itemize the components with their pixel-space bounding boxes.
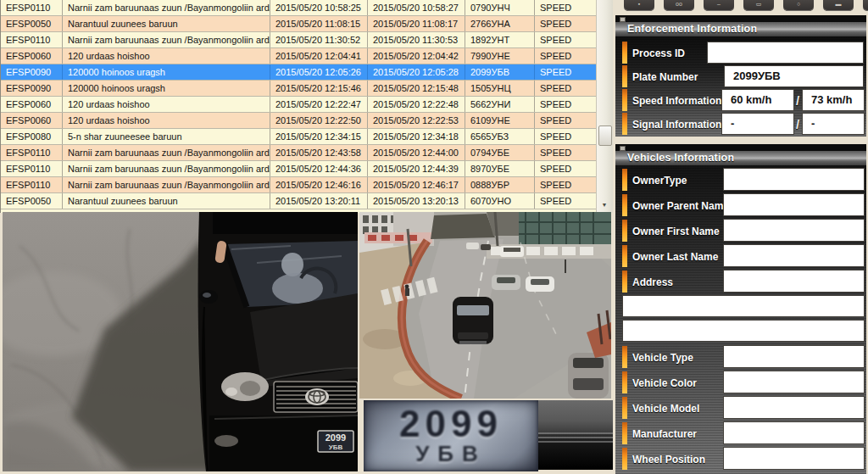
cell-time_start[interactable]: 2015/05/20 12:22:47: [270, 97, 368, 112]
cell-time_start[interactable]: 2015/05/20 12:04:41: [270, 48, 368, 64]
cell-station[interactable]: EFSP0060: [1, 97, 63, 112]
cell-location[interactable]: 120 urdaas hoishoo: [63, 97, 270, 112]
signal-field-1[interactable]: -: [721, 113, 794, 135]
cell-station[interactable]: EFSP0110: [1, 161, 63, 176]
cell-type[interactable]: SPEED: [535, 48, 596, 64]
vehicles-field-input[interactable]: [723, 371, 865, 393]
cell-station[interactable]: EFSP0110: [1, 177, 63, 192]
address-extra-line-input[interactable]: [622, 295, 865, 317]
cell-location[interactable]: Narantuul zuunees baruun: [63, 16, 270, 31]
vehicles-field-input[interactable]: [723, 168, 865, 191]
table-row[interactable]: EFSP0110Narnii zam baruunaas zuun /Bayan…: [1, 0, 597, 16]
cell-plate[interactable]: 2099УБВ: [465, 64, 535, 80]
cell-time_end[interactable]: 2015/05/20 12:34:18: [368, 129, 465, 144]
cell-plate[interactable]: 6109УНЕ: [465, 113, 535, 128]
toolbar-button-3[interactable]: –: [704, 0, 734, 11]
scrollbar-down-arrow-icon[interactable]: ▼: [598, 198, 611, 211]
toolbar-button-6[interactable]: ▬: [823, 0, 854, 11]
cell-plate[interactable]: 2766УНА: [465, 16, 535, 31]
cell-time_start[interactable]: 2015/05/20 12:22:50: [270, 113, 368, 128]
cell-location[interactable]: 120000 hoinoos uragsh: [63, 64, 270, 80]
cell-time_start[interactable]: 2015/05/20 11:30:52: [270, 32, 368, 47]
cell-plate[interactable]: 6565УБЗ: [465, 129, 535, 144]
cell-time_end[interactable]: 2015/05/20 12:44:00: [368, 145, 465, 160]
address-extra-line-input[interactable]: [622, 320, 865, 342]
vehicles-field-input[interactable]: [723, 219, 865, 242]
toolbar-button-7[interactable]: ▬: [863, 0, 868, 11]
cell-station[interactable]: EFSP0050: [1, 16, 63, 31]
toolbar-button-5[interactable]: ○: [783, 0, 814, 11]
table-row[interactable]: EFSP0110Narnii zam baruunaas zuun /Bayan…: [1, 145, 597, 161]
cell-location[interactable]: Narnii zam baruunaas zuun /Bayanmongolii…: [63, 0, 270, 15]
table-row[interactable]: EFSP0110Narnii zam baruunaas zuun /Bayan…: [1, 32, 597, 48]
signal-field-2[interactable]: -: [802, 113, 865, 135]
table-row[interactable]: EFSP0090120000 hoinoos uragsh2015/05/20 …: [1, 64, 597, 81]
speed-limit-field[interactable]: 60 km/h: [721, 89, 794, 111]
cell-time_end[interactable]: 2015/05/20 12:15:48: [368, 81, 465, 96]
cell-type[interactable]: SPEED: [535, 0, 596, 15]
cell-time_end[interactable]: 2015/05/20 11:08:17: [368, 16, 465, 31]
vehicles-field-input[interactable]: [723, 447, 865, 470]
violation-events-table[interactable]: EFSP0110Narnii zam baruunaas zuun /Bayan…: [0, 0, 597, 213]
cell-location[interactable]: 120000 hoinoos uragsh: [63, 81, 270, 96]
process-id-field[interactable]: [707, 42, 864, 64]
cell-type[interactable]: SPEED: [535, 32, 596, 47]
table-row[interactable]: EFSP0050Narantuul zuunees baruun2015/05/…: [1, 16, 597, 32]
cell-time_end[interactable]: 2015/05/20 12:05:28: [368, 64, 465, 80]
cell-time_start[interactable]: 2015/05/20 12:46:16: [270, 177, 368, 192]
cell-location[interactable]: 5-n shar zuuneesee baruun: [63, 129, 270, 144]
cell-plate[interactable]: 0794УБЕ: [465, 145, 535, 160]
cell-location[interactable]: Narnii zam baruunaas zuun /Bayanmongolii…: [63, 161, 270, 176]
table-row[interactable]: EFSP0050Narantuul zuunees baruun2015/05/…: [1, 193, 597, 209]
table-row[interactable]: EFSP00805-n shar zuuneesee baruun2015/05…: [1, 129, 597, 145]
cell-type[interactable]: SPEED: [535, 129, 596, 144]
cell-station[interactable]: EFSP0060: [1, 48, 63, 64]
vehicles-field-input[interactable]: [723, 421, 865, 444]
cell-time_start[interactable]: 2015/05/20 12:15:46: [270, 81, 368, 96]
cell-time_start[interactable]: 2015/05/20 13:20:11: [270, 193, 368, 209]
cell-time_end[interactable]: 2015/05/20 12:22:53: [368, 113, 465, 128]
vehicles-field-input[interactable]: [723, 244, 865, 267]
cell-location[interactable]: 120 urdaas hoishoo: [63, 48, 270, 64]
cell-type[interactable]: SPEED: [535, 64, 596, 80]
cell-station[interactable]: EFSP0090: [1, 64, 63, 80]
vehicles-field-input[interactable]: [723, 270, 865, 293]
scrollbar-thumb[interactable]: [598, 125, 612, 146]
table-row[interactable]: EFSP0060120 urdaas hoishoo2015/05/20 12:…: [1, 113, 597, 129]
table-row[interactable]: EFSP0110Narnii zam baruunaas zuun /Bayan…: [1, 177, 597, 193]
cell-time_start[interactable]: 2015/05/20 12:43:58: [270, 145, 368, 160]
cell-plate[interactable]: 5662УНИ: [465, 97, 535, 112]
cell-station[interactable]: EFSP0110: [1, 0, 63, 15]
table-row[interactable]: EFSP0060120 urdaas hoishoo2015/05/20 12:…: [1, 97, 597, 113]
cell-type[interactable]: SPEED: [535, 97, 596, 112]
cell-type[interactable]: SPEED: [535, 193, 596, 209]
cell-time_end[interactable]: 2015/05/20 11:30:53: [368, 32, 465, 47]
cell-time_end[interactable]: 2015/05/20 13:20:13: [368, 193, 465, 209]
cell-station[interactable]: EFSP0110: [1, 145, 63, 160]
cell-station[interactable]: EFSP0060: [1, 113, 63, 128]
cell-location[interactable]: Narnii zam baruunaas zuun /Bayanmongolii…: [63, 177, 270, 192]
toolbar-button-4[interactable]: ▭: [743, 0, 774, 11]
cell-time_start[interactable]: 2015/05/20 12:44:36: [270, 161, 368, 176]
cell-time_end[interactable]: 2015/05/20 12:44:39: [368, 161, 465, 176]
vehicles-field-input[interactable]: [723, 193, 865, 216]
vehicles-field-input[interactable]: [723, 396, 865, 419]
cell-plate[interactable]: 1892УНТ: [465, 32, 535, 47]
cell-plate[interactable]: 0790УНЧ: [465, 0, 535, 15]
cell-time_start[interactable]: 2015/05/20 12:05:26: [270, 64, 368, 80]
cell-location[interactable]: Narantuul zuunees baruun: [63, 193, 270, 209]
cell-station[interactable]: EFSP0110: [1, 32, 63, 47]
cell-location[interactable]: Narnii zam baruunaas zuun /Bayanmongolii…: [63, 32, 270, 47]
cell-type[interactable]: SPEED: [535, 113, 596, 128]
speed-measured-field[interactable]: 73 km/h: [802, 89, 865, 111]
cell-type[interactable]: SPEED: [535, 16, 596, 31]
toolbar-button-2[interactable]: oo: [664, 0, 694, 11]
cell-type[interactable]: SPEED: [535, 161, 596, 176]
cell-time_end[interactable]: 2015/05/20 10:58:27: [368, 0, 465, 15]
cell-type[interactable]: SPEED: [535, 81, 596, 96]
cell-plate[interactable]: 0888УБР: [465, 177, 535, 192]
cell-plate[interactable]: 1505УНЦ: [465, 81, 535, 96]
cell-time_start[interactable]: 2015/05/20 10:58:25: [270, 0, 368, 15]
cell-time_end[interactable]: 2015/05/20 12:22:48: [368, 97, 465, 112]
cell-station[interactable]: EFSP0050: [1, 193, 63, 209]
